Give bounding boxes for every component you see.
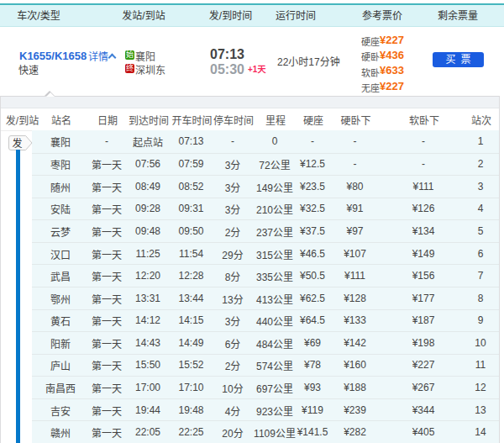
svg-text:发: 发 xyxy=(12,137,22,150)
